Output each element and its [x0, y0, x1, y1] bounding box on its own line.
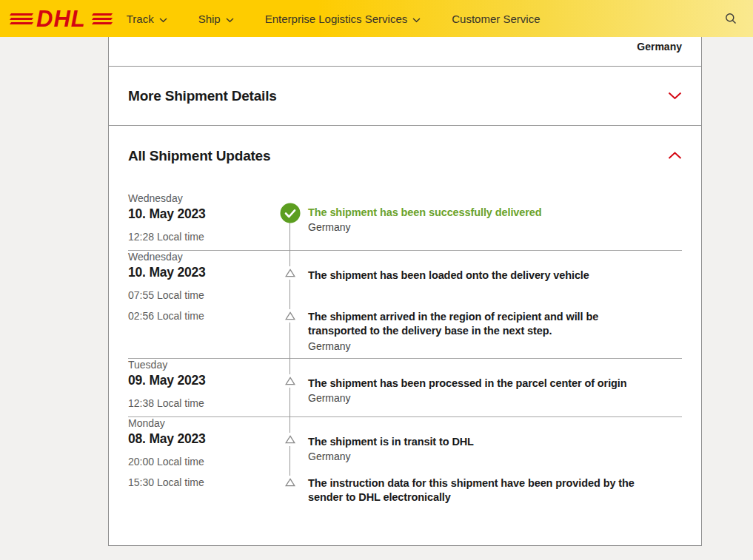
event-datetime: 15:30 Local time	[128, 469, 272, 505]
timeline-event: Tuesday 09. May 2023 12:38 Local time Th…	[128, 359, 682, 411]
event-time: 07:55 Local time	[128, 289, 272, 301]
search-icon[interactable]	[725, 13, 737, 24]
event-date: 10. May 2023	[128, 206, 272, 222]
event-marker-column	[272, 469, 308, 505]
dhl-logo-speedlines-right	[93, 11, 112, 27]
dhl-logo[interactable]: DHL	[10, 7, 112, 30]
event-location: Germany	[308, 221, 649, 233]
event-datetime: Monday 08. May 2023 20:00 Local time	[128, 417, 272, 469]
event-marker-column	[272, 359, 308, 411]
nav-item-customer-service-label: Customer Service	[452, 13, 540, 25]
event-day: Wednesday	[128, 251, 272, 263]
more-shipment-details-title: More Shipment Details	[128, 88, 277, 104]
triangle-marker-icon	[284, 476, 297, 489]
all-shipment-updates-title: All Shipment Updates	[128, 148, 270, 164]
timeline-group: Tuesday 09. May 2023 12:38 Local time Th…	[128, 359, 682, 417]
chevron-down-icon	[226, 13, 234, 25]
timeline-event: Wednesday 10. May 2023 12:28 Local time …	[128, 192, 682, 244]
chevron-down-icon	[159, 13, 167, 25]
shipment-country: Germany	[637, 41, 682, 66]
event-location: Germany	[308, 451, 649, 462]
event-marker-column	[272, 192, 308, 244]
chevron-down-icon	[668, 90, 682, 103]
timeline-event: 02:56 Local time The shipment arrived in…	[128, 303, 682, 352]
event-time: 12:28 Local time	[128, 231, 272, 243]
triangle-marker-icon	[284, 374, 297, 388]
chevron-up-icon	[668, 149, 682, 163]
dhl-logo-text: DHL	[36, 7, 89, 30]
triangle-marker-icon	[284, 433, 297, 446]
chevron-down-icon	[412, 13, 421, 25]
event-message: The shipment has been successfully deliv…	[308, 206, 649, 220]
timeline-group: Monday 08. May 2023 20:00 Local time The…	[128, 417, 682, 511]
event-day: Monday	[128, 417, 272, 429]
event-marker-column	[272, 251, 308, 303]
nav-item-track[interactable]: Track	[127, 13, 167, 25]
nav-item-ship[interactable]: Ship	[198, 13, 234, 25]
timeline-group: Wednesday 10. May 2023 12:28 Local time …	[128, 192, 682, 251]
event-marker-column	[272, 303, 308, 352]
event-datetime: Wednesday 10. May 2023 07:55 Local time	[128, 251, 272, 303]
more-shipment-details-toggle[interactable]: More Shipment Details	[109, 67, 701, 126]
nav-item-track-label: Track	[127, 13, 154, 25]
main-nav: Track Ship Enterprise Logistics Services…	[127, 13, 541, 25]
nav-item-ship-label: Ship	[198, 13, 221, 25]
all-shipment-updates-toggle[interactable]: All Shipment Updates	[128, 148, 682, 164]
event-description: The shipment is in transit to DHL German…	[308, 417, 682, 469]
all-shipment-updates-section: All Shipment Updates Wednesday 10. May 2…	[109, 126, 701, 510]
event-description: The instruction data for this shipment h…	[308, 469, 682, 505]
nav-item-enterprise-logistics-services[interactable]: Enterprise Logistics Services	[265, 13, 421, 25]
event-message: The shipment has been loaded onto the de…	[308, 269, 649, 283]
event-date: 09. May 2023	[128, 373, 272, 388]
event-message: The shipment is in transit to DHL	[308, 435, 649, 449]
event-message: The instruction data for this shipment h…	[308, 476, 649, 505]
event-datetime: 02:56 Local time	[128, 303, 272, 352]
event-day: Wednesday	[128, 192, 272, 204]
event-date: 10. May 2023	[128, 265, 272, 280]
event-description: The shipment has been loaded onto the de…	[308, 251, 682, 303]
nav-item-els-label: Enterprise Logistics Services	[265, 13, 408, 25]
event-time: 15:30 Local time	[128, 476, 272, 488]
event-description: The shipment has been successfully deliv…	[308, 192, 682, 244]
event-time: 12:38 Local time	[128, 397, 272, 409]
triangle-marker-icon	[284, 309, 297, 323]
timeline-event: Wednesday 10. May 2023 07:55 Local time …	[128, 251, 682, 303]
event-location: Germany	[308, 392, 649, 404]
dhl-logo-speedlines-left	[10, 11, 33, 27]
delivered-check-icon	[280, 203, 301, 223]
shipment-country-row: Germany	[109, 37, 701, 67]
top-navigation-bar: DHL Track Ship Enterprise Logistics Serv…	[0, 0, 753, 37]
event-datetime: Wednesday 10. May 2023 12:28 Local time	[128, 192, 272, 244]
event-location: Germany	[308, 340, 649, 352]
shipment-timeline: Wednesday 10. May 2023 12:28 Local time …	[128, 164, 682, 510]
event-date: 08. May 2023	[128, 431, 272, 447]
event-description: The shipment has been processed in the p…	[308, 359, 682, 411]
event-datetime: Tuesday 09. May 2023 12:38 Local time	[128, 359, 272, 411]
event-message: The shipment has been processed in the p…	[308, 377, 649, 391]
event-time: 02:56 Local time	[128, 310, 272, 322]
triangle-marker-icon	[284, 266, 297, 280]
event-marker-column	[272, 417, 308, 469]
nav-item-customer-service[interactable]: Customer Service	[452, 13, 540, 25]
timeline-event: 15:30 Local time The instruction data fo…	[128, 469, 682, 505]
event-message: The shipment arrived in the region of re…	[308, 310, 649, 339]
timeline-group: Wednesday 10. May 2023 07:55 Local time …	[128, 251, 682, 359]
timeline-event: Monday 08. May 2023 20:00 Local time The…	[128, 417, 682, 469]
event-description: The shipment arrived in the region of re…	[308, 303, 682, 352]
event-time: 20:00 Local time	[128, 456, 272, 468]
event-day: Tuesday	[128, 359, 272, 371]
shipment-details-card: Germany More Shipment Details All Shipme…	[108, 37, 702, 546]
